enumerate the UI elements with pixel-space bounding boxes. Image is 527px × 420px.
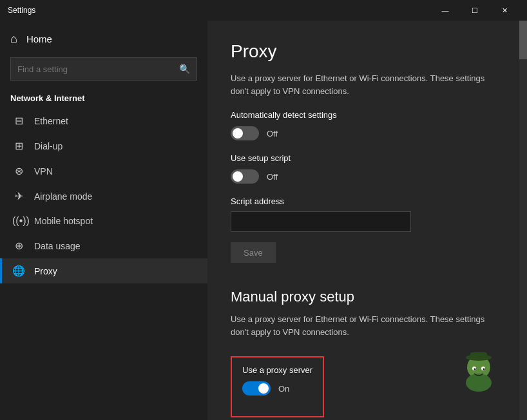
script-address-label: Script address: [231, 196, 504, 206]
use-proxy-label: Use a proxy server: [242, 365, 312, 375]
sidebar-section-label: Network & Internet: [0, 86, 207, 108]
sidebar-item-hotspot[interactable]: ((•)) Mobile hotspot: [0, 209, 207, 233]
svg-point-7: [483, 368, 485, 370]
use-proxy-highlight: Use a proxy server On: [231, 356, 324, 417]
search-input[interactable]: [17, 64, 174, 74]
home-icon: ⌂: [10, 32, 17, 46]
save-button[interactable]: Save: [231, 242, 276, 263]
content-area: Proxy Use a proxy server for Ethernet or…: [207, 21, 527, 420]
home-item[interactable]: ⌂ Home: [0, 26, 207, 52]
auto-detect-state: Off: [267, 129, 278, 138]
search-box[interactable]: 🔍: [10, 57, 197, 81]
use-proxy-row: On: [242, 381, 312, 396]
sidebar-item-label: Dial-up: [34, 141, 62, 151]
window-controls: — ☐ ✕: [430, 0, 519, 21]
setup-script-knob: [233, 171, 243, 182]
sidebar-item-label: Airplane mode: [34, 191, 92, 202]
sidebar-item-label: Mobile hotspot: [34, 216, 93, 226]
proxy-icon: 🌐: [12, 265, 25, 277]
sidebar-item-proxy[interactable]: 🌐 Proxy: [0, 258, 207, 283]
sidebar-item-dialup[interactable]: ⊞ Dial-up: [0, 133, 207, 158]
sidebar-item-label: Ethernet: [34, 116, 68, 126]
sidebar-item-vpn[interactable]: ⊛ VPN: [0, 158, 207, 184]
svg-point-1: [466, 374, 492, 392]
setup-script-row: Off: [231, 169, 504, 184]
page-title: Proxy: [231, 41, 504, 62]
sidebar-item-airplane[interactable]: ✈ Airplane mode: [0, 184, 207, 209]
home-label: Home: [26, 33, 52, 44]
setup-script-state: Off: [267, 172, 278, 182]
app-title: Settings: [8, 6, 430, 15]
sidebar-item-ethernet[interactable]: ⊟ Ethernet: [0, 108, 207, 133]
hotspot-icon: ((•)): [12, 215, 25, 227]
sidebar-item-datausage[interactable]: ⊕ Data usage: [0, 233, 207, 258]
manual-proxy-description: Use a proxy server for Ethernet or Wi-Fi…: [231, 313, 504, 338]
vpn-icon: ⊛: [12, 165, 25, 177]
datausage-icon: ⊕: [12, 240, 25, 252]
scrollbar-thumb[interactable]: [519, 21, 527, 59]
script-address-input[interactable]: [231, 211, 411, 232]
use-proxy-toggle[interactable]: [242, 381, 271, 396]
auto-detect-toggle[interactable]: [231, 126, 259, 140]
use-proxy-state: On: [278, 384, 289, 394]
svg-point-6: [474, 368, 476, 370]
setup-script-label: Use setup script: [231, 153, 504, 163]
auto-detect-row: Off: [231, 126, 504, 140]
svg-rect-3: [470, 352, 487, 360]
maximize-button[interactable]: ☐: [460, 0, 490, 21]
sidebar: ⌂ Home 🔍 Network & Internet ⊟ Ethernet ⊞…: [0, 21, 207, 420]
setup-script-toggle[interactable]: [231, 169, 259, 184]
auto-detect-knob: [233, 128, 243, 138]
titlebar: Settings — ☐ ✕: [0, 0, 527, 21]
search-icon: 🔍: [179, 64, 190, 74]
ethernet-icon: ⊟: [12, 115, 25, 127]
sidebar-item-label: VPN: [34, 166, 53, 177]
close-button[interactable]: ✕: [490, 0, 519, 21]
airplane-icon: ✈: [12, 190, 25, 202]
app-body: ⌂ Home 🔍 Network & Internet ⊟ Ethernet ⊞…: [0, 21, 527, 420]
sidebar-item-label: Data usage: [34, 241, 81, 251]
mascot-image: [456, 349, 501, 394]
manual-proxy-title: Manual proxy setup: [231, 289, 504, 305]
minimize-button[interactable]: —: [430, 0, 460, 21]
sidebar-item-label: Proxy: [34, 266, 57, 276]
scrollbar-track[interactable]: [519, 21, 527, 420]
dialup-icon: ⊞: [12, 140, 25, 152]
auto-proxy-description: Use a proxy server for Ethernet or Wi-Fi…: [231, 72, 504, 97]
auto-detect-label: Automatically detect settings: [231, 110, 504, 120]
use-proxy-knob: [258, 383, 269, 394]
